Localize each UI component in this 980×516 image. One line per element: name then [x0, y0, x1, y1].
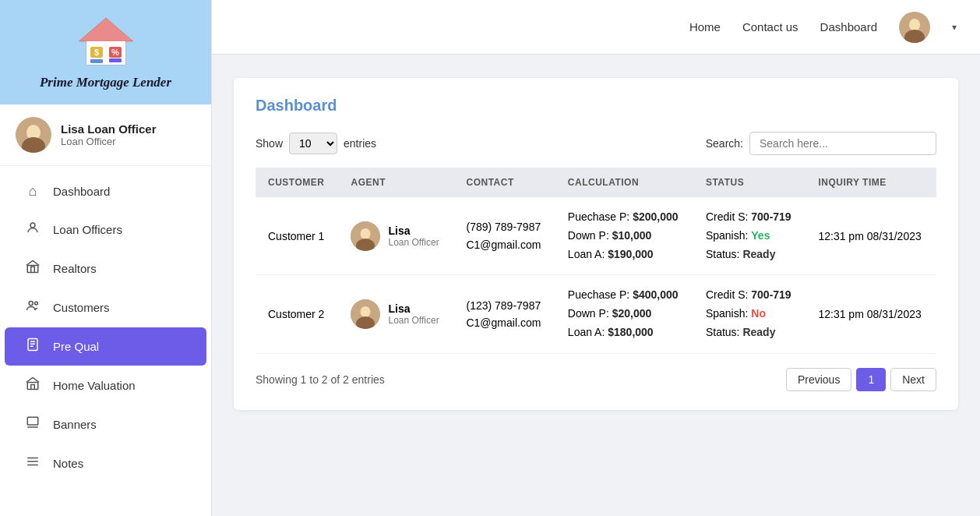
col-agent: AGENT	[338, 168, 453, 197]
sidebar-item-customers-label: Customers	[53, 301, 110, 314]
agent-role-0: Loan Officer	[388, 237, 439, 248]
home-valuation-icon	[23, 376, 42, 394]
show-entries-control: Show 10 25 50 100 entries	[256, 133, 376, 154]
agent-avatar-1	[351, 299, 380, 329]
sidebar-item-customers[interactable]: Customers	[5, 288, 206, 327]
svg-rect-7	[90, 59, 103, 63]
cell-customer-0: Customer 1	[256, 197, 338, 275]
cell-agent-1: Lisa Loan Officer	[338, 275, 453, 353]
sidebar-item-pre-qual[interactable]: Pre Qual	[5, 327, 206, 366]
cell-inquiry-time-1: 12:31 pm 08/31/2023	[806, 275, 936, 353]
spanish-1: Spanish: No	[706, 305, 794, 323]
content-area: Dashboard Show 10 25 50 100 entries Sear…	[212, 55, 980, 516]
sidebar-item-notes[interactable]: Notes	[5, 444, 206, 482]
topbar-user-avatar[interactable]	[899, 12, 930, 43]
contact-email-0: C1@gmail.com	[466, 236, 542, 253]
banners-icon	[23, 415, 42, 433]
app-title: Prime Mortgage Lender	[40, 75, 171, 90]
sidebar: $ % Prime Mortgage Lender Lisa Loan Offi…	[0, 0, 212, 516]
topbar-dashboard-link[interactable]: Dashboard	[820, 20, 877, 34]
cell-contact-0: (789) 789-7987 C1@gmail.com	[453, 197, 555, 275]
pagination-showing: Showing 1 to 2 of 2 entries	[256, 373, 385, 386]
topbar: Home Contact us Dashboard ▾	[212, 0, 980, 55]
topbar-contact-link[interactable]: Contact us	[742, 20, 798, 34]
col-status: STATUS	[693, 168, 806, 197]
sidebar-item-dashboard-label: Dashboard	[53, 185, 110, 198]
svg-point-15	[35, 302, 38, 305]
contact-phone-0: (789) 789-7987	[466, 218, 542, 235]
loan-amount-1: Loan A: $180,000	[568, 323, 681, 342]
contact-phone-1: (123) 789-7987	[466, 297, 542, 314]
col-contact: CONTACT	[453, 168, 555, 197]
table-controls: Show 10 25 50 100 entries Search:	[256, 132, 936, 155]
svg-point-32	[361, 306, 371, 317]
sidebar-item-realtors-label: Realtors	[53, 262, 97, 275]
sidebar-item-loan-officers-label: Loan Officers	[53, 223, 122, 236]
realtors-icon	[23, 260, 42, 277]
svg-point-29	[361, 228, 371, 239]
agent-name-1: Lisa	[388, 302, 439, 315]
entries-select[interactable]: 10 25 50 100	[289, 133, 337, 154]
agent-avatar-0	[351, 221, 380, 251]
sidebar-item-banners[interactable]: Banners	[5, 405, 206, 444]
sidebar-item-realtors[interactable]: Realtors	[5, 249, 206, 288]
notes-icon	[23, 454, 42, 472]
cell-agent-0: Lisa Loan Officer	[338, 197, 453, 275]
logo-icon: $ %	[75, 14, 137, 69]
pre-qual-icon	[23, 338, 42, 355]
cell-calculation-1: Puechase P: $400,000 Down P: $20,000 Loa…	[555, 275, 693, 353]
pagination-controls: Previous 1 Next	[786, 368, 936, 391]
cell-inquiry-time-0: 12:31 pm 08/31/2023	[806, 197, 936, 275]
sidebar-item-pre-qual-label: Pre Qual	[53, 340, 99, 353]
sidebar-item-banners-label: Banners	[53, 418, 97, 431]
svg-rect-20	[27, 383, 38, 390]
sidebar-item-loan-officers[interactable]: Loan Officers	[5, 210, 206, 249]
sidebar-item-dashboard[interactable]: ⌂ Dashboard	[5, 173, 206, 210]
spanish-0: Spanish: Yes	[706, 227, 794, 246]
credit-score-1: Credit S: 700-719	[706, 286, 794, 305]
loan-amount-0: Loan A: $190,000	[568, 246, 681, 264]
down-payment-1: Down P: $20,000	[568, 305, 681, 323]
svg-rect-8	[109, 58, 122, 62]
sidebar-user-name: Lisa Loan Officer	[61, 122, 157, 136]
search-input[interactable]	[749, 132, 936, 155]
col-calculation: CALCULATION	[555, 168, 693, 197]
data-table: CUSTOMER AGENT CONTACT CALCULATION STATU…	[256, 168, 936, 354]
col-inquiry-time: INQUIRY TIME	[806, 168, 936, 197]
next-button[interactable]: Next	[890, 368, 936, 391]
dashboard-icon: ⌂	[23, 183, 42, 200]
agent-name-0: Lisa	[388, 224, 439, 237]
agent-role-1: Loan Officer	[388, 315, 439, 326]
dashboard-card: Dashboard Show 10 25 50 100 entries Sear…	[234, 78, 958, 410]
page-1-button[interactable]: 1	[856, 368, 886, 391]
cell-customer-1: Customer 2	[256, 275, 338, 353]
main-content: Home Contact us Dashboard ▾ Dashboard Sh…	[212, 0, 980, 516]
search-bar: Search:	[706, 132, 936, 155]
sidebar-navigation: ⌂ Dashboard Loan Officers Realtors Custo…	[0, 166, 211, 516]
sidebar-item-home-valuation[interactable]: Home Valuation	[5, 366, 206, 405]
pagination: Showing 1 to 2 of 2 entries Previous 1 N…	[256, 368, 936, 391]
sidebar-item-notes-label: Notes	[53, 457, 83, 470]
entries-label: entries	[344, 137, 376, 150]
topbar-home-link[interactable]: Home	[689, 20, 721, 34]
customers-icon	[23, 299, 42, 316]
show-label: Show	[256, 137, 283, 150]
down-payment-0: Down P: $10,000	[568, 227, 681, 246]
col-customer: CUSTOMER	[256, 168, 338, 197]
status-0: Status: Ready	[706, 246, 794, 264]
sidebar-user-avatar	[16, 117, 51, 153]
purchase-price-1: Puechase P: $400,000	[568, 286, 681, 305]
svg-marker-1	[79, 18, 133, 41]
svg-point-12	[30, 223, 35, 228]
sidebar-user-role: Loan Officer	[61, 136, 157, 147]
credit-score-0: Credit S: 700-719	[706, 208, 794, 227]
svg-point-14	[29, 301, 33, 305]
loan-officers-icon	[23, 221, 42, 239]
previous-button[interactable]: Previous	[786, 368, 851, 391]
table-row: Customer 2 Lisa Loan Officer	[256, 275, 936, 353]
sidebar-logo: $ % Prime Mortgage Lender	[0, 0, 211, 104]
topbar-chevron-icon[interactable]: ▾	[952, 22, 957, 33]
purchase-price-0: Puechase P: $200,000	[568, 208, 681, 227]
contact-email-1: C1@gmail.com	[466, 314, 542, 331]
cell-status-0: Credit S: 700-719 Spanish: Yes Status: R…	[693, 197, 806, 275]
